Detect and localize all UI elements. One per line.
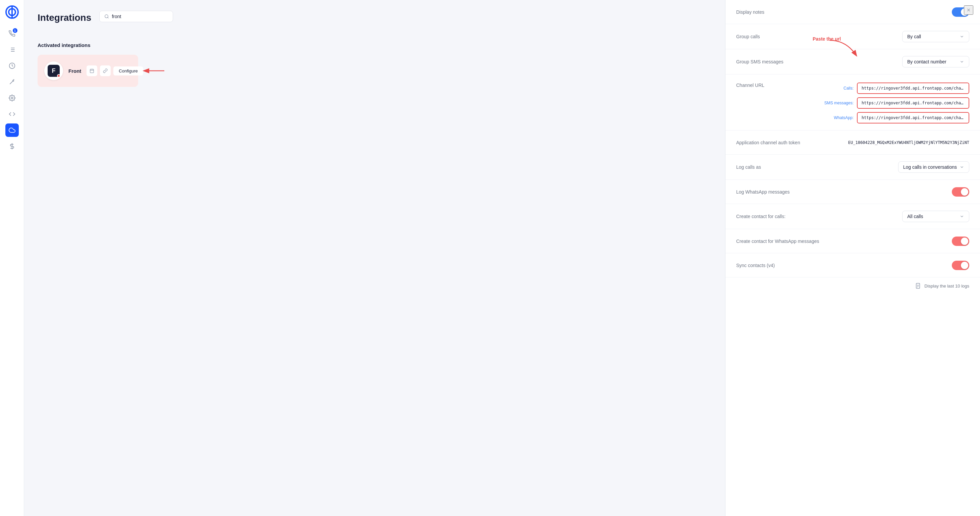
sidebar-item-chart[interactable] <box>5 59 19 72</box>
search-bar[interactable] <box>99 11 173 22</box>
settings-row-channel-url: Channel URL Calls: SMS messages: WhatsAp… <box>725 75 980 131</box>
calendar-button[interactable] <box>86 65 97 76</box>
group-sms-dropdown[interactable]: By contact number <box>902 56 969 67</box>
integrations-content: Integrations Activated integrations F <box>24 0 725 516</box>
page-title: Integrations <box>38 13 91 23</box>
log-calls-as-value: Log calls in conversations <box>903 164 957 170</box>
log-whatsapp-thumb <box>961 188 968 196</box>
integration-name: Front <box>68 68 81 74</box>
configure-button[interactable]: Configure <box>113 67 143 75</box>
whatsapp-url-input[interactable] <box>857 112 969 123</box>
url-field-whatsapp: WhatsApp: <box>823 112 969 123</box>
settings-row-log-calls-as: Log calls as Log calls in conversations <box>725 154 980 180</box>
sidebar-item-code[interactable] <box>5 107 19 121</box>
sidebar: 1 <box>0 0 24 516</box>
front-logo-letter: F <box>52 67 56 75</box>
url-fields-container: Calls: SMS messages: WhatsApp: <box>823 83 969 123</box>
settings-row-group-calls: Group calls By call <box>725 24 980 49</box>
configure-arrow-svg <box>142 67 165 74</box>
logs-row: Display the last 10 logs <box>725 277 980 294</box>
front-logo-inner: F <box>48 65 60 77</box>
svg-rect-17 <box>90 69 94 73</box>
group-sms-value: By contact number <box>907 59 947 64</box>
sync-contacts-track[interactable] <box>952 261 969 270</box>
settings-row-group-sms: Group SMS messages Paste the url By cont… <box>725 49 980 75</box>
logs-icon <box>915 283 921 289</box>
integration-actions: Configure <box>86 65 143 76</box>
sidebar-item-phone[interactable]: 1 <box>5 27 19 40</box>
create-contact-whatsapp-toggle[interactable] <box>952 237 969 246</box>
integration-logo-wrapper: F <box>44 61 63 80</box>
front-logo-dot <box>57 74 60 78</box>
chevron-down-icon-4 <box>959 214 964 219</box>
url-field-sms: SMS messages: <box>823 97 969 109</box>
app-logo[interactable] <box>5 5 19 19</box>
sync-contacts-toggle[interactable] <box>952 261 969 270</box>
search-icon <box>104 14 109 19</box>
calls-url-label: Calls: <box>823 86 854 91</box>
phone-badge: 1 <box>13 28 18 33</box>
app-body: Integrations Activated integrations F <box>24 0 980 516</box>
create-contact-calls-label: Create contact for calls: <box>736 214 823 219</box>
create-contact-whatsapp-track[interactable] <box>952 237 969 246</box>
auth-token-label: Application channel auth token <box>736 140 823 145</box>
integration-card-wrapper: F Front Configure <box>38 55 138 87</box>
sms-url-input[interactable] <box>857 97 969 109</box>
settings-row-create-contact-whatsapp: Create contact for WhatsApp messages <box>725 229 980 253</box>
log-whatsapp-label: Log WhatsApp messages <box>736 189 823 194</box>
create-contact-whatsapp-thumb <box>961 237 968 245</box>
create-contact-calls-value: All calls <box>907 214 923 219</box>
settings-row-sync-contacts: Sync contacts (v4) <box>725 253 980 277</box>
sidebar-item-tools[interactable] <box>5 75 19 89</box>
page-header: Integrations <box>38 11 712 33</box>
link-button[interactable] <box>100 65 111 76</box>
url-field-calls: Calls: <box>823 83 969 94</box>
search-input[interactable] <box>112 14 168 19</box>
sidebar-item-cloud[interactable] <box>5 123 19 137</box>
create-contact-calls-dropdown[interactable]: All calls <box>902 211 969 222</box>
svg-line-16 <box>108 18 109 18</box>
auth-token-value: EU_18604228_MGQxM2ExYWU4NTljOWM2YjNlYTM5… <box>848 140 969 145</box>
sms-url-label: SMS messages: <box>823 100 854 105</box>
create-contact-whatsapp-label: Create contact for WhatsApp messages <box>736 239 823 244</box>
svg-point-11 <box>13 80 13 81</box>
log-whatsapp-track[interactable] <box>952 187 969 197</box>
chevron-down-icon-3 <box>959 165 964 169</box>
display-notes-label: Display notes <box>736 10 823 15</box>
settings-row-auth-token: Application channel auth token EU_186042… <box>725 131 980 154</box>
settings-row-create-contact-calls: Create contact for calls: All calls <box>725 204 980 229</box>
sidebar-item-list[interactable] <box>5 43 19 56</box>
settings-row-log-whatsapp: Log WhatsApp messages <box>725 180 980 204</box>
sync-contacts-thumb <box>961 262 968 269</box>
channel-url-label: Channel URL <box>736 83 823 88</box>
group-calls-value: By call <box>907 34 921 39</box>
log-whatsapp-toggle[interactable] <box>952 187 969 197</box>
group-calls-label: Group calls <box>736 34 823 39</box>
configure-arrow <box>142 67 165 74</box>
settings-row-display-notes: Display notes <box>725 0 980 24</box>
log-calls-as-dropdown[interactable]: Log calls in conversations <box>898 161 969 173</box>
integration-card-front: F Front Configure <box>38 55 138 87</box>
log-calls-as-label: Log calls as <box>736 164 823 170</box>
chevron-down-icon-2 <box>959 59 964 64</box>
sidebar-item-settings[interactable] <box>5 91 19 105</box>
group-sms-label: Group SMS messages <box>736 59 823 64</box>
svg-point-15 <box>105 15 108 18</box>
close-button[interactable]: × <box>964 5 973 15</box>
whatsapp-url-label: WhatsApp: <box>823 115 854 120</box>
logs-text[interactable]: Display the last 10 logs <box>924 283 969 288</box>
sync-contacts-label: Sync contacts (v4) <box>736 263 823 268</box>
integration-logo: F <box>44 61 63 80</box>
sidebar-item-billing[interactable] <box>5 140 19 153</box>
svg-point-13 <box>11 97 13 99</box>
section-title: Activated integrations <box>38 42 712 48</box>
svg-line-10 <box>10 81 13 84</box>
left-section: Integrations Activated integrations F <box>24 0 725 516</box>
chevron-down-icon <box>959 34 964 39</box>
group-calls-dropdown[interactable]: By call <box>902 31 969 42</box>
settings-panel: × Display notes Group calls By call Grou… <box>725 0 980 516</box>
calls-url-input[interactable] <box>857 83 969 94</box>
